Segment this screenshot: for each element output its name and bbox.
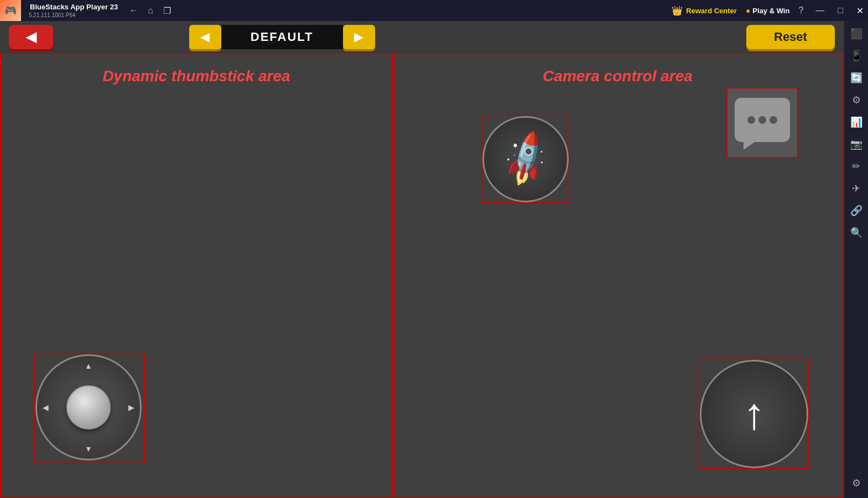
chat-dot-2 — [758, 116, 766, 124]
right-panel: Camera control area 🚀 — [393, 53, 844, 498]
maximize-button[interactable]: □ — [833, 3, 848, 18]
up-arrow-circle: ↑ — [700, 360, 808, 468]
dpad-right-arrow: ▶ — [128, 403, 134, 412]
minimize-button[interactable]: — — [811, 3, 829, 18]
profile-next-button[interactable]: ▶ — [343, 25, 375, 49]
dpad-down-arrow: ▼ — [85, 444, 92, 453]
reward-center-button[interactable]: 👑 Reward Center — [672, 6, 737, 16]
sidebar-icon-4[interactable]: ⚙ — [846, 90, 867, 111]
profile-prev-button[interactable]: ◀ — [189, 25, 221, 49]
nav-home-button[interactable]: ⌂ — [145, 3, 155, 18]
dynamic-thumbstick-title: Dynamic thumbstick area — [102, 67, 290, 85]
thumbstick-control[interactable]: ▲ ▼ ◀ ▶ — [34, 353, 145, 464]
rocket-button[interactable]: 🚀 — [481, 115, 570, 203]
sidebar-icon-7[interactable]: ✏ — [846, 156, 867, 177]
dpad-circle: ▲ ▼ ◀ ▶ — [35, 354, 142, 460]
back-button[interactable]: ◀ — [9, 25, 53, 49]
dpad-center-knob — [66, 385, 111, 429]
dpad-left-arrow: ◀ — [43, 403, 49, 412]
profile-name-display: DEFAULT — [221, 25, 343, 49]
app-name: BlueStacks App Player 23 — [30, 3, 118, 11]
up-arrow-icon: ↑ — [743, 392, 765, 436]
sidebar-icon-6[interactable]: 📷 — [846, 134, 867, 155]
help-button[interactable]: ? — [798, 6, 803, 15]
up-arrow-button[interactable]: ↑ — [699, 359, 809, 469]
profile-selector: ◀ DEFAULT ▶ — [189, 25, 375, 49]
play-win-label: Play & Win — [752, 7, 789, 15]
play-win-button[interactable]: ● Play & Win — [746, 6, 790, 15]
close-button[interactable]: ✕ — [852, 3, 868, 18]
chat-bubble-icon — [735, 98, 790, 148]
chat-dot-1 — [747, 116, 755, 124]
reset-button[interactable]: Reset — [746, 25, 835, 49]
left-panel: Dynamic thumbstick area ▲ ▼ ◀ ▶ — [0, 53, 393, 498]
sidebar-icon-1[interactable]: ⬛ — [846, 23, 867, 44]
sidebar-icon-5[interactable]: 📊 — [846, 112, 867, 133]
rocket-circle: 🚀 — [482, 116, 569, 202]
camera-control-title: Camera control area — [543, 67, 693, 85]
app-version: 5.21.111.1001 P64 — [29, 12, 118, 18]
sidebar-icon-2[interactable]: 📱 — [846, 45, 867, 66]
chat-dot-3 — [770, 116, 777, 124]
nav-copy-button[interactable]: ❐ — [161, 3, 173, 18]
sidebar-icon-9[interactable]: 🔗 — [846, 200, 867, 221]
sidebar-icon-3[interactable]: 🔄 — [846, 67, 867, 88]
app-logo: 🎮 — [0, 0, 21, 21]
game-area: Dynamic thumbstick area ▲ ▼ ◀ ▶ Camera c… — [0, 53, 844, 498]
titlebar: 🎮 BlueStacks App Player 23 5.21.111.1001… — [0, 0, 868, 21]
sidebar-icon-10[interactable]: 🔍 — [846, 222, 867, 243]
nav-back-button[interactable]: ← — [127, 3, 140, 18]
titlebar-nav: ← ⌂ ❐ — [127, 3, 173, 18]
chat-button[interactable] — [726, 87, 798, 158]
window-controls: — □ ✕ — [811, 3, 868, 18]
sidebar-icon-8[interactable]: ✈ — [846, 178, 867, 199]
main-content: ◀ ◀ DEFAULT ▶ Reset Dynamic thumbstick a… — [0, 21, 844, 498]
rocket-icon: 🚀 — [493, 128, 558, 191]
sidebar-icon-settings[interactable]: ⚙ — [846, 473, 867, 494]
chat-bubble-body — [735, 98, 790, 142]
reward-center-label: Reward Center — [686, 7, 737, 15]
right-sidebar: ⬛ 📱 🔄 ⚙ 📊 📷 ✏ ✈ 🔗 🔍 ⚙ — [844, 21, 868, 498]
chat-bubble-tail — [744, 142, 755, 150]
dpad-up-arrow: ▲ — [85, 361, 92, 370]
panel-divider — [393, 53, 394, 498]
toolbar: ◀ ◀ DEFAULT ▶ Reset — [0, 21, 844, 53]
